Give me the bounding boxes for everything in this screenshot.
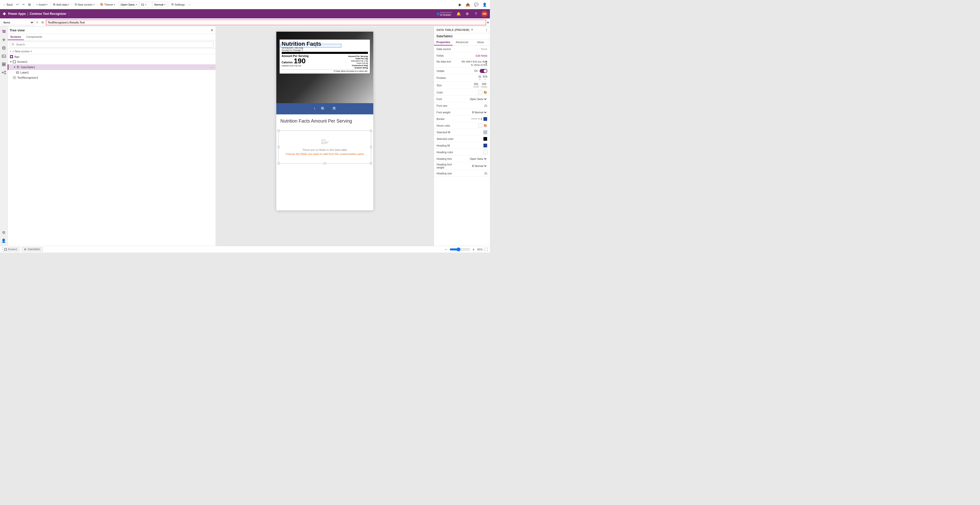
heading-color-swatch[interactable] [483,150,487,154]
tree-item-label1[interactable]: A Label1 [8,70,216,75]
tab-components[interactable]: Components [24,34,45,40]
border-line-style [471,119,477,119]
screen1-tab[interactable]: Screen1 [2,247,20,252]
theme-button[interactable]: 🎨 Theme ▾ [99,2,116,7]
resize-handle-br[interactable] [370,162,372,164]
no-data-scroll-up[interactable]: ▲ [485,60,487,62]
label1-icon: A [16,71,19,74]
help-button[interactable]: ? [473,11,479,17]
add-data-button[interactable]: ⊞ Add data ▾ [51,2,71,7]
save-button[interactable]: 🖫 [27,2,32,7]
data-table-empty-text: There are no fields in this data table [302,148,347,151]
new-screen-button[interactable]: ⧉ New screen ▾ [73,2,96,7]
heading-font-select[interactable]: Open Sans [469,157,487,161]
zoom-slider[interactable] [450,247,470,252]
new-screen-btn[interactable]: + + New screen ▾ [8,49,216,54]
datatable1-more-icon[interactable]: ··· [210,65,213,69]
prop-font-size-value: 21 [460,104,487,107]
zoom-out-btn[interactable]: − [444,247,448,252]
color-swatch-text[interactable] [478,90,482,94]
edit-fields-link[interactable]: Edit fields [476,54,487,57]
formula-expand-button[interactable]: ▾ [487,21,489,24]
user-avatar[interactable]: DB [481,11,488,17]
tree-item-screen1[interactable]: ▼ Screen1 [8,59,216,64]
svg-rect-22 [17,66,19,69]
fullscreen-button[interactable]: ⛶ [484,247,488,252]
font-weight-selector[interactable]: Normal ▾ [153,2,167,8]
resize-handle-r[interactable] [370,146,372,148]
redo-button[interactable]: ↪ [21,2,26,7]
prop-color-label: Color [436,91,460,94]
heading-fill-swatch[interactable] [483,143,487,148]
comments-button[interactable]: 💬 [473,2,480,7]
resize-handle-b[interactable] [324,162,326,164]
panel-expand-icon[interactable]: ⟩ [486,28,487,32]
connections-nav-icon[interactable] [1,69,7,76]
formula-input[interactable] [46,20,486,25]
resize-handle-tl[interactable] [278,130,280,132]
weight-chevron: ▾ [164,3,165,6]
prop-font-value: Open Sans [460,97,487,101]
settings-nav-icon[interactable]: ⚙ [1,229,7,236]
prop-data-source-value: None [460,48,487,51]
zoom-in-btn[interactable]: + [471,247,476,252]
selected-color-swatch[interactable] [483,137,487,141]
upload-icon[interactable]: ↑ [313,107,316,111]
hover-color-swatch[interactable] [478,124,482,127]
undo-button[interactable]: ↩ [15,2,20,7]
prop-fields: Fields Edit fields [434,53,490,59]
data-nav-icon[interactable] [1,45,7,51]
property-select[interactable]: Items [1,20,34,25]
prop-hover-color-label: Hover color [436,124,460,127]
resize-handle-bl[interactable] [278,162,280,164]
color-picker-icon[interactable]: 🎨 [484,91,487,94]
media-nav-icon[interactable] [1,53,7,59]
fx-icon: fx [40,21,45,24]
resize-handle-tr[interactable] [370,130,372,132]
font-selector[interactable]: Open Sans ▾ [119,2,139,8]
custom-nav-icon[interactable] [1,61,7,67]
back-button[interactable]: ← Back [2,2,14,7]
zoom-out-icon[interactable]: 🔍 [321,107,326,112]
notifications-button[interactable]: 🔔 [455,11,462,17]
hover-color-picker-icon[interactable]: 🎨 [484,124,487,127]
tree-item-datatable1[interactable]: ▼ DataTable1 ··· [8,64,216,70]
visible-toggle[interactable] [480,69,487,73]
treeview-nav-icon[interactable] [1,29,7,35]
settings-button[interactable]: ⚙ Settings [170,2,186,7]
border-color-swatch[interactable] [483,117,487,121]
app-name-label: Power Apps [8,12,26,16]
border-style-chevron[interactable]: ▾ [478,118,480,120]
tree-search-input[interactable] [10,41,213,48]
tab-screens[interactable]: Screens [8,34,24,40]
settings-global-button[interactable]: ⚙ [464,11,471,17]
more-button[interactable]: ··· [187,2,192,7]
size-height-coord: 250 Height [481,83,487,88]
selected-fill-swatch[interactable] [483,130,487,134]
datatable1-tab[interactable]: DataTable1 [22,247,43,252]
insert-button[interactable]: + Insert ▾ [35,2,49,7]
tree-close-button[interactable]: ✕ [210,28,213,32]
tree-item-textrecognizer1[interactable]: TextRecognizer1 [8,75,216,80]
data-table-component[interactable]: There are no fields in this data table C… [278,131,371,164]
tab-properties[interactable]: Properties [434,39,453,45]
font-select[interactable]: Open Sans [469,97,487,101]
resize-handle-l[interactable] [278,146,280,148]
heading-font-weight-select[interactable]: B Normal [471,164,487,168]
main-layout: ⚙ 👤 Tree view ✕ Screens Components + + N… [0,27,490,246]
font-weight-select[interactable]: B Normal [471,110,487,114]
zoom-in-icon[interactable]: 🔎 [331,107,336,112]
insert-nav-icon[interactable] [1,37,7,43]
account-nav-icon[interactable]: 👤 [1,238,7,244]
font-size-selector[interactable]: 21 ▾ [139,2,152,8]
tree-item-app[interactable]: App [8,54,216,59]
publish-button[interactable]: 📤 [464,2,471,7]
preview-button[interactable]: ▶ [457,2,463,7]
tab-ideas[interactable]: Ideas [471,39,490,45]
prop-selected-color-label: Selected color [436,137,460,140]
no-data-scroll-down[interactable]: ▼ [485,62,487,65]
tab-advanced[interactable]: Advanced [453,39,471,45]
share-button[interactable]: 👤 [481,2,488,7]
tree-search-area [8,40,216,49]
panel-help-icon[interactable]: ? [471,28,473,32]
